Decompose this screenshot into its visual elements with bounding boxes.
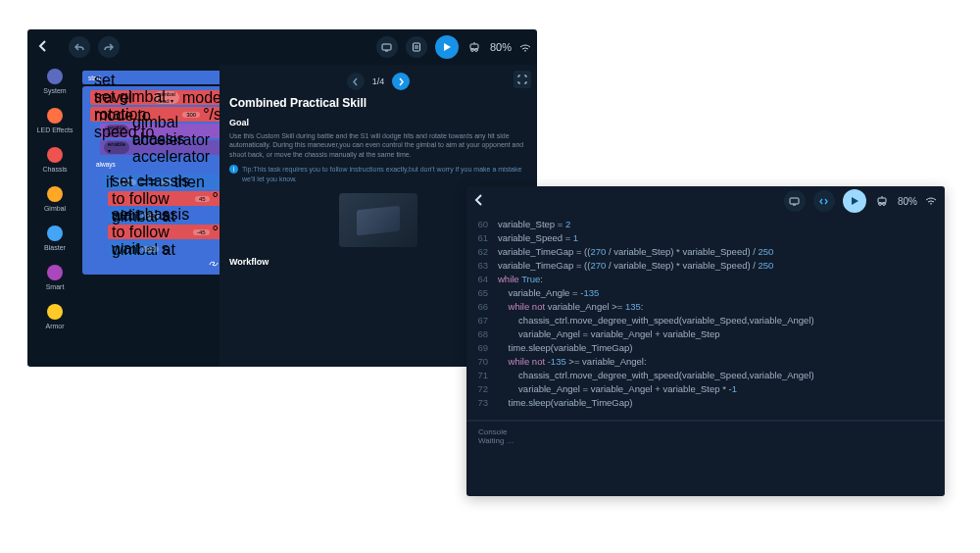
- code-line[interactable]: 63variable_TimeGap = ((270 / variable_St…: [466, 259, 945, 273]
- category-sidebar: SystemLED EffectsChassisGimbalBlasterSma…: [27, 65, 82, 367]
- monitor-icon: [789, 197, 800, 206]
- code-icon: [818, 197, 829, 206]
- prev-page-button[interactable]: [347, 73, 365, 90]
- next-page-button[interactable]: [392, 73, 410, 90]
- code-monitor-button[interactable]: [784, 190, 806, 212]
- sidebar-item-gimbal[interactable]: Gimbal: [44, 186, 66, 212]
- monitor-icon: [381, 43, 392, 52]
- svg-rect-1: [413, 43, 419, 51]
- code-topbar-right: 80%: [784, 189, 937, 213]
- wifi-icon: [925, 197, 937, 206]
- category-icon: [47, 147, 63, 163]
- code-text: time.sleep(variable_TimeGap): [498, 341, 632, 355]
- sidebar-item-system[interactable]: System: [43, 69, 66, 94]
- console-label: Console: [478, 427, 933, 436]
- topbar-right: 80%: [376, 35, 531, 59]
- code-text: time.sleep(variable_TimeGap): [498, 396, 632, 410]
- line-number: 66: [466, 300, 498, 314]
- wifi-icon: [519, 43, 531, 52]
- undo-button[interactable]: [69, 36, 90, 58]
- code-text: variable_Speed = 1: [498, 231, 578, 245]
- block-editor-window: 80% SystemLED EffectsChassisGimbalBlaste…: [27, 29, 537, 367]
- code-text: while not -135 >= variable_Angel:: [498, 355, 647, 369]
- sidebar-item-smart[interactable]: Smart: [46, 265, 65, 290]
- svg-point-7: [879, 203, 882, 206]
- code-line[interactable]: 65 variable_Angle = -135: [466, 286, 945, 300]
- robot-image: [339, 193, 417, 247]
- tutorial-pager: 1/4: [229, 73, 527, 90]
- block-enable-chassis[interactable]: enable ▾ chassis accelerator: [100, 140, 225, 155]
- loop-icon: [209, 260, 219, 268]
- code-text: variable_TimeGap = ((270 / variable_Step…: [498, 245, 773, 259]
- line-number: 64: [466, 273, 498, 286]
- code-line[interactable]: 71 chassis_ctrl.move_degree_with_speed(v…: [466, 369, 945, 382]
- tip-text: Tip:This task requires you to follow ins…: [242, 165, 527, 183]
- code-line[interactable]: 69 time.sleep(variable_TimeGap): [466, 341, 945, 355]
- monitor-button[interactable]: [376, 36, 398, 58]
- line-number: 61: [466, 231, 498, 245]
- play-icon: [852, 197, 858, 205]
- sidebar-item-chassis[interactable]: Chassis: [43, 147, 68, 173]
- code-line[interactable]: 61variable_Speed = 1: [466, 231, 945, 245]
- code-text: variable_Step = 2: [498, 218, 570, 231]
- code-line[interactable]: 67 chassis_ctrl.move_degree_with_speed(v…: [466, 314, 945, 327]
- code-switch-button[interactable]: [813, 190, 835, 212]
- sidebar-item-led-effects[interactable]: LED Effects: [37, 108, 74, 133]
- category-icon: [47, 304, 63, 320]
- code-line[interactable]: 68 variable_Angel = variable_Angel + var…: [466, 327, 945, 341]
- category-icon: [47, 186, 63, 202]
- code-line[interactable]: 73 time.sleep(variable_TimeGap): [466, 396, 945, 410]
- code-run-button[interactable]: [843, 189, 866, 213]
- chevron-left-icon: [38, 40, 48, 52]
- fullscreen-button[interactable]: [514, 71, 531, 88]
- line-number: 70: [466, 355, 498, 369]
- code-line[interactable]: 64while True:: [466, 273, 945, 286]
- category-icon: [47, 108, 63, 124]
- redo-icon: [103, 42, 115, 52]
- sidebar-item-label: LED Effects: [37, 126, 74, 133]
- code-text: while True:: [498, 273, 543, 286]
- code-area[interactable]: 60variable_Step = 261variable_Speed = 16…: [466, 216, 945, 410]
- code-editor-topbar: 80%: [466, 186, 945, 216]
- redo-button[interactable]: [98, 36, 120, 58]
- code-back-button[interactable]: [474, 194, 492, 209]
- sidebar-item-armor[interactable]: Armor: [45, 304, 64, 329]
- code-line[interactable]: 66 while not variable_Angel >= 135:: [466, 300, 945, 314]
- sidebar-item-label: Gimbal: [44, 205, 66, 212]
- line-number: 73: [466, 396, 498, 410]
- code-line[interactable]: 60variable_Step = 2: [466, 218, 945, 231]
- line-number: 67: [466, 314, 498, 327]
- code-line[interactable]: 62variable_TimeGap = ((270 / variable_St…: [466, 245, 945, 259]
- tip-row: i Tip:This task requires you to follow i…: [229, 165, 527, 183]
- block-canvas[interactable]: start set travel mode to gimbal lead ▾ m…: [82, 65, 220, 367]
- line-number: 72: [466, 382, 498, 396]
- code-text: variable_Angle = -135: [498, 286, 599, 300]
- block-follow-gimbal-45[interactable]: set chassis to follow gimbal at 45 °: [108, 191, 222, 206]
- category-icon: [47, 265, 63, 280]
- robot-icon: [874, 196, 890, 206]
- sidebar-item-blaster[interactable]: Blaster: [44, 226, 66, 251]
- code-text: variable_Angel = variable_Angel + variab…: [498, 327, 720, 341]
- back-button[interactable]: [33, 38, 53, 56]
- code-line[interactable]: 72 variable_Angel = variable_Angel + var…: [466, 382, 945, 396]
- line-number: 63: [466, 259, 498, 273]
- sidebar-item-label: Smart: [46, 283, 65, 290]
- goal-text: Use this Custom Skill during battle and …: [229, 131, 527, 159]
- code-line[interactable]: 70 while not -135 >= variable_Angel:: [466, 355, 945, 369]
- block-body[interactable]: set travel mode to gimbal lead ▾ mode se…: [82, 86, 229, 275]
- info-icon: i: [229, 165, 238, 174]
- page-indicator: 1/4: [372, 76, 385, 86]
- save-button[interactable]: [406, 36, 427, 58]
- block-follow-gimbal-neg45[interactable]: set chassis to follow gimbal at -45 °: [108, 225, 222, 239]
- code-text: chassis_ctrl.move_degree_with_speed(vari…: [498, 314, 814, 327]
- run-button[interactable]: [435, 35, 459, 59]
- code-text: variable_TimeGap = ((270 / variable_Step…: [498, 259, 773, 273]
- svg-point-3: [471, 49, 474, 52]
- block-editor-topbar: 80%: [27, 29, 537, 65]
- line-number: 68: [466, 327, 498, 341]
- robot-icon: [466, 42, 482, 52]
- block-stack[interactable]: start set travel mode to gimbal lead ▾ m…: [82, 71, 229, 275]
- goal-heading: Goal: [229, 118, 527, 127]
- line-number: 69: [466, 341, 498, 355]
- code-editor-window: 80% 60variable_Step = 261variable_Speed …: [466, 186, 945, 496]
